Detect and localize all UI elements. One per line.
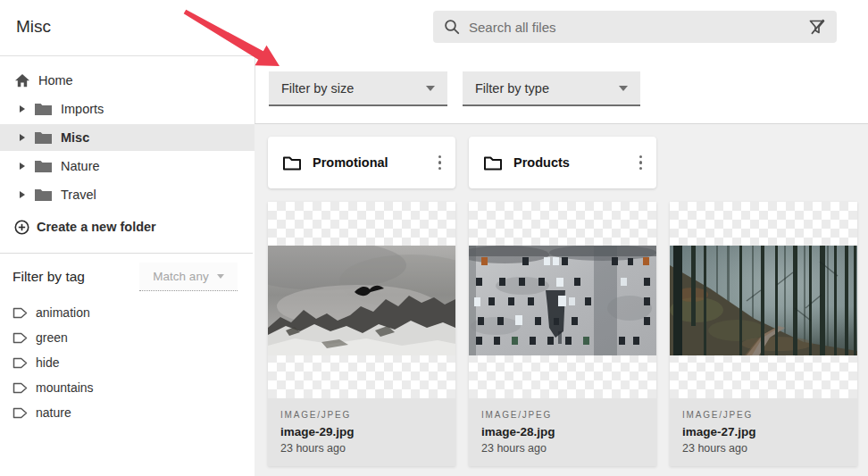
folder-card-name: Promotional [313,155,435,170]
file-meta: IMAGE/JPEG image-29.jpg 23 hours ago [268,398,455,466]
folder-icon [34,188,53,202]
tag-match-mode-value: Match any [153,270,208,283]
chevron-right-icon[interactable] [20,191,25,198]
tag-item-mountains[interactable]: mountains [13,378,94,397]
tag-label: animation [36,305,90,320]
tag-match-mode-select[interactable]: Match any [139,263,238,291]
tag-item-animation[interactable]: animation [13,303,90,322]
tag-label: nature [36,405,71,420]
chevron-down-icon [217,274,224,279]
folder-icon [34,102,53,116]
folder-card-promotional[interactable]: Promotional [268,137,455,188]
sidebar: Home Imports Misc Nature Travel [0,55,255,476]
file-card-image-29[interactable]: IMAGE/JPEG image-29.jpg 23 hours ago [268,202,455,466]
file-mime-type: IMAGE/JPEG [682,410,845,420]
folder-card-products[interactable]: Products [469,137,656,188]
clear-filter-button[interactable] [808,18,826,36]
tag-label: mountains [36,380,94,395]
sidebar-item-misc[interactable]: Misc [0,124,255,151]
sidebar-item-travel[interactable]: Travel [0,181,255,208]
sidebar-item-label: Nature [61,159,100,173]
folder-icon [34,159,53,173]
kebab-menu-icon[interactable] [636,152,647,174]
home-icon [14,73,30,88]
file-mime-type: IMAGE/JPEG [280,410,443,420]
sidebar-item-imports[interactable]: Imports [0,96,255,122]
file-meta: IMAGE/JPEG image-27.jpg 23 hours ago [670,398,857,466]
sidebar-item-label: Misc [61,130,89,145]
chevron-down-icon [426,86,435,91]
thumbnail-weathered-building-facade[interactable] [469,202,656,398]
tag-icon [13,357,28,369]
file-browser-content: Promotional Products [255,123,868,476]
filter-band: Filter by size Filter by type [255,55,868,123]
filter-by-tag-title: Filter by tag [13,269,85,285]
chevron-right-icon[interactable] [20,105,25,113]
folder-outline-icon [282,155,302,171]
chevron-down-icon [619,86,628,91]
page-title: Misc [16,17,51,37]
tag-item-green[interactable]: green [13,328,68,347]
plus-circle-icon [14,220,29,235]
create-new-folder-button[interactable]: Create a new folder [0,213,255,240]
filter-by-type-label: Filter by type [475,81,549,96]
folder-outline-icon [483,155,503,171]
sidebar-item-label: Imports [61,102,104,116]
sidebar-item-label: Travel [61,188,96,202]
sidebar-item-label: Home [38,73,73,88]
tag-icon [13,407,28,419]
create-new-folder-label: Create a new folder [37,220,156,234]
file-modified-time: 23 hours ago [682,442,845,455]
chevron-right-icon[interactable] [20,134,25,141]
tag-icon [13,307,28,319]
tag-item-nature[interactable]: nature [13,403,71,422]
search-input[interactable] [469,20,808,35]
sidebar-item-home[interactable]: Home [0,67,255,94]
file-card-image-27[interactable]: IMAGE/JPEG image-27.jpg 23 hours ago [670,202,857,466]
tag-item-hide[interactable]: hide [13,353,59,372]
file-mime-type: IMAGE/JPEG [481,410,644,420]
thumbnail-snowy-mountains-with-bird[interactable] [268,202,455,398]
filter-by-size-label: Filter by size [281,81,354,96]
file-name: image-29.jpg [280,425,443,438]
tag-label: hide [36,355,59,370]
file-modified-time: 23 hours ago [280,442,443,455]
folder-card-name: Products [513,155,636,170]
filter-off-icon [808,18,826,36]
sidebar-item-nature[interactable]: Nature [0,153,255,180]
file-modified-time: 23 hours ago [481,442,644,455]
filter-by-size-dropdown[interactable]: Filter by size [269,71,447,106]
search-bar[interactable] [433,11,837,43]
thumbnail-foggy-forest-path[interactable] [670,202,857,398]
chevron-right-icon[interactable] [20,163,25,170]
tag-icon [13,332,28,344]
tag-label: green [36,330,68,345]
kebab-menu-icon[interactable] [435,152,446,174]
tag-icon [13,382,28,394]
file-card-image-28[interactable]: IMAGE/JPEG image-28.jpg 23 hours ago [469,202,656,466]
filter-by-type-dropdown[interactable]: Filter by type [463,71,640,106]
file-name: image-27.jpg [682,425,845,438]
file-meta: IMAGE/JPEG image-28.jpg 23 hours ago [469,398,656,466]
file-name: image-28.jpg [481,425,644,438]
sidebar-divider [0,253,253,254]
folder-icon [34,130,53,145]
search-icon [444,19,460,35]
